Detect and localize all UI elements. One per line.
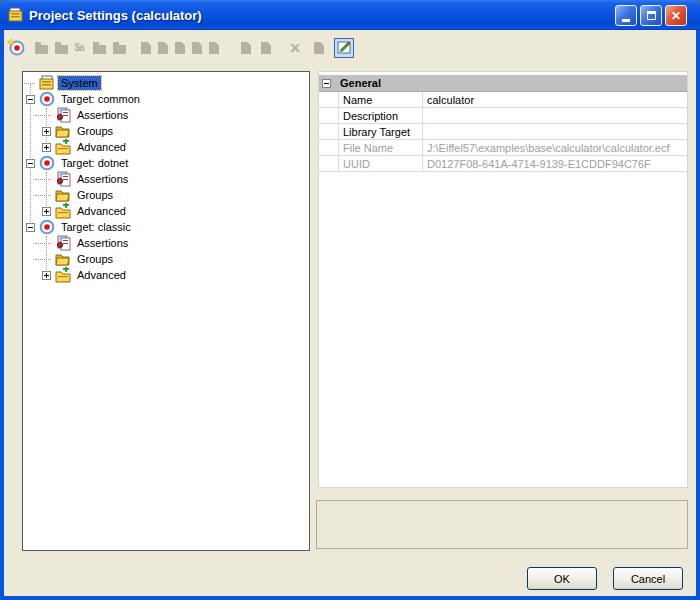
window-icon	[8, 7, 24, 23]
tree-item-advanced-dotnet[interactable]: Advanced	[41, 203, 309, 219]
properties-panel: General Name calculator Description Libr…	[318, 71, 688, 488]
tree-item-target-dotnet[interactable]: Target: dotnet	[25, 155, 309, 171]
tree-item-assertions-classic[interactable]: Assertions	[41, 235, 309, 251]
tree-item-assertions-common[interactable]: Assertions	[41, 107, 309, 123]
dollar-icon: $a	[74, 43, 83, 53]
x-icon: ✕	[289, 41, 301, 55]
expand-icon[interactable]	[42, 207, 51, 216]
assertions-icon	[55, 171, 71, 187]
edit-configuration-button[interactable]	[334, 38, 354, 58]
tree-item-groups-classic[interactable]: Groups	[41, 251, 309, 267]
tree-item-advanced-common[interactable]: Advanced	[41, 139, 309, 155]
maximize-button[interactable]	[640, 5, 662, 26]
tree-item-target-common[interactable]: Target: common	[25, 91, 309, 107]
assertions-icon	[55, 107, 71, 123]
toolbar-add-button-6	[137, 39, 155, 57]
maximize-icon	[647, 11, 656, 20]
expand-icon[interactable]	[42, 127, 51, 136]
toolbar-add-button-13	[310, 39, 328, 57]
toolbar-add-button-12	[257, 39, 275, 57]
document-icon	[158, 42, 168, 54]
toolbar-add-button-2	[52, 39, 70, 57]
window-title: Project Settings (calculator)	[29, 8, 202, 23]
tree-item-system[interactable]: System	[25, 75, 309, 91]
property-section-general[interactable]: General	[319, 75, 687, 92]
document-icon	[314, 42, 324, 54]
toolbar-add-button-8	[171, 39, 189, 57]
toolbar-add-button-11	[237, 39, 255, 57]
collapse-icon[interactable]	[26, 223, 35, 232]
document-icon	[241, 42, 251, 54]
target-icon	[39, 155, 55, 171]
property-label: UUID	[339, 156, 423, 171]
document-icon	[209, 42, 219, 54]
collapse-icon[interactable]	[26, 159, 35, 168]
dialog-content: $a ✕	[4, 30, 696, 596]
tree-item-label: Advanced	[74, 140, 129, 154]
toolbar: $a ✕	[4, 30, 696, 66]
section-label: General	[340, 77, 381, 89]
remove-button: ✕	[286, 39, 304, 57]
advanced-icon	[55, 203, 71, 219]
folder-icon	[113, 45, 126, 54]
description-box	[316, 500, 688, 549]
collapse-icon[interactable]	[322, 79, 331, 88]
tree-item-label: Assertions	[74, 172, 131, 186]
minimize-button[interactable]	[615, 5, 637, 26]
toolbar-add-button-7	[154, 39, 172, 57]
property-label: File Name	[339, 140, 423, 155]
toolbar-add-button-9	[188, 39, 206, 57]
document-icon	[261, 42, 271, 54]
tree-item-label: Groups	[74, 252, 116, 266]
expand-icon[interactable]	[42, 271, 51, 280]
property-row-file-name: File Name J:\Eiffel57\examples\base\calc…	[319, 140, 687, 156]
toolbar-add-button-3: $a	[70, 39, 88, 57]
assertions-icon	[55, 235, 71, 251]
tree-item-label: Advanced	[74, 204, 129, 218]
property-row-library-target: Library Target	[319, 124, 687, 140]
new-target-button[interactable]	[7, 39, 25, 57]
edit-pencil-icon	[336, 39, 352, 58]
target-icon	[39, 91, 55, 107]
expand-icon[interactable]	[42, 143, 51, 152]
toolbar-add-button-1	[32, 39, 50, 57]
target-icon	[39, 219, 55, 235]
ok-button[interactable]: OK	[527, 567, 597, 590]
tree-item-label: Assertions	[74, 236, 131, 250]
advanced-icon	[55, 139, 71, 155]
property-label: Library Target	[339, 124, 423, 139]
tree-panel: System Target: common	[22, 71, 310, 551]
toolbar-add-button-5	[110, 39, 128, 57]
title-bar[interactable]: Project Settings (calculator) ✕	[0, 0, 700, 30]
collapse-icon[interactable]	[26, 95, 35, 104]
project-settings-window: Project Settings (calculator) ✕	[0, 0, 700, 600]
groups-icon	[55, 251, 71, 267]
cancel-button[interactable]: Cancel	[613, 567, 683, 590]
property-value: D0127F08-641A-4714-9139-E1CDDF94C76F	[423, 158, 687, 170]
folder-icon	[55, 45, 68, 54]
tree-item-label: Groups	[74, 124, 116, 138]
property-value[interactable]: calculator	[423, 94, 687, 106]
property-row-name: Name calculator	[319, 92, 687, 108]
document-icon	[141, 42, 151, 54]
tree-item-label: Target: common	[58, 92, 143, 106]
property-row-uuid: UUID D0127F08-641A-4714-9139-E1CDDF94C76…	[319, 156, 687, 172]
property-row-description: Description	[319, 108, 687, 124]
system-icon	[39, 75, 55, 91]
tree-item-label: Target: dotnet	[58, 156, 131, 170]
tree-item-assertions-dotnet[interactable]: Assertions	[41, 171, 309, 187]
tree-item-groups-dotnet[interactable]: Groups	[41, 187, 309, 203]
close-button[interactable]: ✕	[665, 5, 687, 26]
tree-item-label: Target: classic	[58, 220, 134, 234]
toolbar-add-button-10	[205, 39, 223, 57]
tree-item-target-classic[interactable]: Target: classic	[25, 219, 309, 235]
toolbar-add-button-4	[90, 39, 108, 57]
tree-item-advanced-classic[interactable]: Advanced	[41, 267, 309, 283]
tree-item-label: Groups	[74, 188, 116, 202]
tree-item-groups-common[interactable]: Groups	[41, 123, 309, 139]
groups-icon	[55, 123, 71, 139]
folder-icon	[35, 45, 48, 54]
tree-item-label: Assertions	[74, 108, 131, 122]
minimize-icon	[622, 19, 630, 22]
tree-item-label: Advanced	[74, 268, 129, 282]
